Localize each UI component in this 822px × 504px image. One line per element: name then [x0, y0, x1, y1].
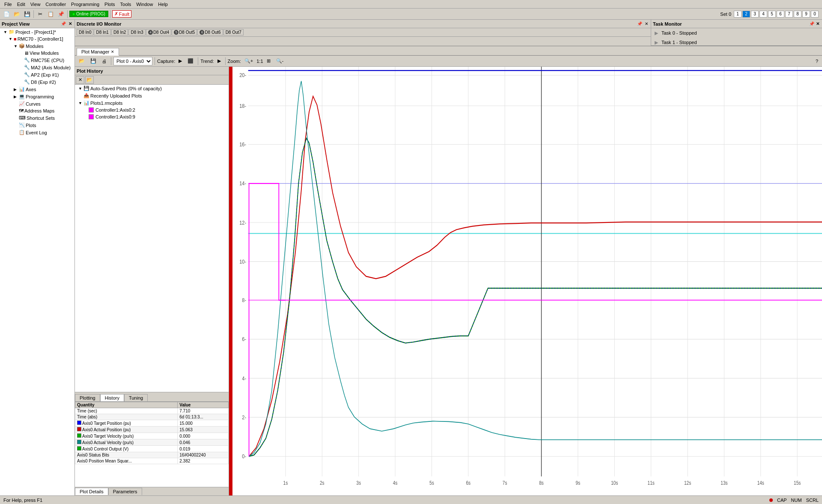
menu-help[interactable]: Help: [155, 1, 170, 8]
panel-pin-button[interactable]: 📌: [60, 21, 67, 26]
capture-start-button[interactable]: ▶: [176, 56, 184, 66]
expand-axes[interactable]: ▶: [14, 87, 18, 92]
io-tab-d8out6[interactable]: 6 D8 Out6: [197, 29, 223, 36]
expand-plots-file[interactable]: ▼: [78, 101, 83, 105]
plot-manager-tab-close[interactable]: ✕: [111, 50, 114, 54]
expand-rmc75e[interactable]: [19, 58, 23, 62]
task-monitor-close[interactable]: ✕: [815, 21, 820, 26]
io-monitor-pin[interactable]: 📌: [636, 21, 643, 26]
chart-svg[interactable]: 0- 2- 4- 6- 8- 10- 12- 14- 16- 18- 20-: [232, 67, 822, 495]
menu-edit[interactable]: Edit: [15, 1, 28, 8]
history-channel-1[interactable]: Controller1:Axis0:2: [75, 107, 229, 113]
expand-curves[interactable]: [14, 102, 18, 106]
expand-controller[interactable]: ▼: [9, 37, 13, 41]
set-num-0[interactable]: 0: [811, 11, 819, 18]
menu-window[interactable]: Window: [134, 1, 155, 8]
tab-tuning[interactable]: Tuning: [124, 394, 148, 401]
io-tab-d8out4[interactable]: 4 D8 Out4: [146, 29, 171, 36]
io-tab-d8in1[interactable]: D8 In1: [94, 29, 110, 36]
expand-address-maps[interactable]: [14, 109, 18, 113]
expand-shortcut-sets[interactable]: [14, 116, 18, 120]
save-button[interactable]: 💾: [22, 9, 32, 19]
print-plot-button[interactable]: 🖨: [100, 56, 109, 66]
plot-selector[interactable]: Plot 0 - Axis0: [113, 57, 152, 65]
set-num-7[interactable]: 7: [785, 11, 793, 18]
expand-event-log[interactable]: [14, 130, 18, 135]
expand-channel-1[interactable]: [83, 108, 88, 112]
tree-ma2[interactable]: 🔧 MA2 (Axis Module): [0, 64, 74, 71]
open-plot-button[interactable]: 📂: [77, 56, 87, 66]
panel-close-button[interactable]: ✕: [68, 21, 73, 26]
expand-modules[interactable]: ▼: [14, 44, 18, 48]
history-recently-uploaded[interactable]: 📤 Recently Uploaded Plots: [75, 92, 229, 99]
tree-ap2[interactable]: 🔧 AP2 (Exp #1): [0, 71, 74, 78]
tree-modules[interactable]: ▼ 📦 Modules: [0, 42, 74, 50]
set-num-3[interactable]: 3: [751, 11, 759, 18]
save-plot-button[interactable]: 💾: [88, 56, 98, 66]
expand-root[interactable]: ▼: [3, 30, 8, 34]
set-num-8[interactable]: 8: [794, 11, 801, 18]
project-tree[interactable]: ▼ 📁 Project - [Project1]* ▼ ■ RMC70 - [C…: [0, 28, 74, 495]
help-button[interactable]: ?: [813, 56, 820, 66]
tree-axes[interactable]: ▶ 📊 Axes: [0, 86, 74, 93]
menu-plots[interactable]: Plots: [102, 1, 117, 8]
set-num-6[interactable]: 6: [777, 11, 784, 18]
io-tab-d8in3[interactable]: D8 In3: [128, 29, 145, 36]
menu-file[interactable]: File: [2, 1, 15, 8]
zoom-in-button[interactable]: 🔍+: [242, 56, 255, 66]
plot-manager-tab[interactable]: Plot Manager ✕: [77, 48, 119, 56]
tab-plotting[interactable]: Plotting: [75, 394, 100, 401]
history-plots-file[interactable]: ▼ 📊 Plots1.rmcplots: [75, 99, 229, 107]
tree-address-maps[interactable]: 🗺 Address Maps: [0, 107, 74, 114]
set-num-5[interactable]: 5: [768, 11, 776, 18]
expand-ma2[interactable]: [19, 65, 23, 70]
tab-history[interactable]: History: [100, 394, 124, 401]
expand-plots[interactable]: [14, 123, 18, 127]
paste-button[interactable]: 📌: [56, 9, 66, 19]
io-tab-d8in0[interactable]: D8 In0: [77, 29, 93, 36]
io-tab-d8in2[interactable]: D8 In2: [111, 29, 128, 36]
io-tab-d8out7[interactable]: D8 Out7: [223, 29, 244, 36]
history-auto-saved[interactable]: ▼ 💾 Auto-Saved Plots (0% of capacity): [75, 85, 229, 92]
tree-root[interactable]: ▼ 📁 Project - [Project1]*: [0, 28, 74, 36]
expand-ap2[interactable]: [19, 73, 23, 77]
expand-d8[interactable]: [19, 80, 23, 84]
io-monitor-close[interactable]: ✕: [644, 21, 649, 26]
zoom-out-button[interactable]: 🔍-: [274, 56, 286, 66]
io-tab-d8out5[interactable]: 5 D8 Out5: [172, 29, 197, 36]
menu-tools[interactable]: Tools: [118, 1, 134, 8]
tree-programming[interactable]: ▶ 💻 Programming: [0, 93, 74, 100]
open-button[interactable]: 📂: [12, 9, 21, 19]
history-channel-2[interactable]: Controller1:Axis0:9: [75, 113, 229, 120]
trend-button[interactable]: ▶: [215, 56, 223, 66]
tree-controller[interactable]: ▼ ■ RMC70 - [Controller1]: [0, 36, 74, 42]
new-button[interactable]: 📄: [2, 9, 11, 19]
history-close-button[interactable]: ✕: [76, 76, 84, 84]
tree-shortcut-sets[interactable]: ⌨ Shortcut Sets: [0, 114, 74, 122]
tree-plots[interactable]: 📉 Plots: [0, 122, 74, 129]
expand-recently-uploaded[interactable]: [78, 94, 83, 98]
tree-rmc75e[interactable]: 🔧 RMC75E (CPU): [0, 56, 74, 64]
copy-button[interactable]: 📋: [46, 9, 55, 19]
tree-d8[interactable]: 🔧 D8 (Exp #2): [0, 78, 74, 86]
set-num-1[interactable]: 1: [734, 11, 742, 18]
tree-curves[interactable]: 📈 Curves: [0, 100, 74, 107]
expand-programming[interactable]: ▶: [14, 95, 18, 99]
task-monitor-pin[interactable]: 📌: [808, 21, 815, 26]
expand-view-modules[interactable]: [19, 51, 23, 55]
set-num-2[interactable]: 2: [742, 11, 750, 18]
zoom-fit-button[interactable]: ⊞: [265, 56, 273, 66]
tree-view-modules[interactable]: 🖥 View Modules: [0, 50, 74, 56]
set-num-4[interactable]: 4: [759, 11, 767, 18]
set-num-9[interactable]: 9: [802, 11, 810, 18]
history-open-button[interactable]: 📂: [85, 76, 94, 84]
parameters-tab[interactable]: Parameters: [108, 488, 142, 495]
menu-controller[interactable]: Controller: [43, 1, 68, 8]
menu-view[interactable]: View: [28, 1, 43, 8]
plot-details-tab[interactable]: Plot Details: [75, 488, 108, 495]
menu-programming[interactable]: Programming: [68, 1, 102, 8]
capture-stop-button[interactable]: ⬛: [185, 56, 196, 66]
cut-button[interactable]: ✂: [36, 9, 45, 19]
tree-event-log[interactable]: 📋 Event Log: [0, 129, 74, 136]
expand-auto-saved[interactable]: ▼: [78, 86, 83, 91]
